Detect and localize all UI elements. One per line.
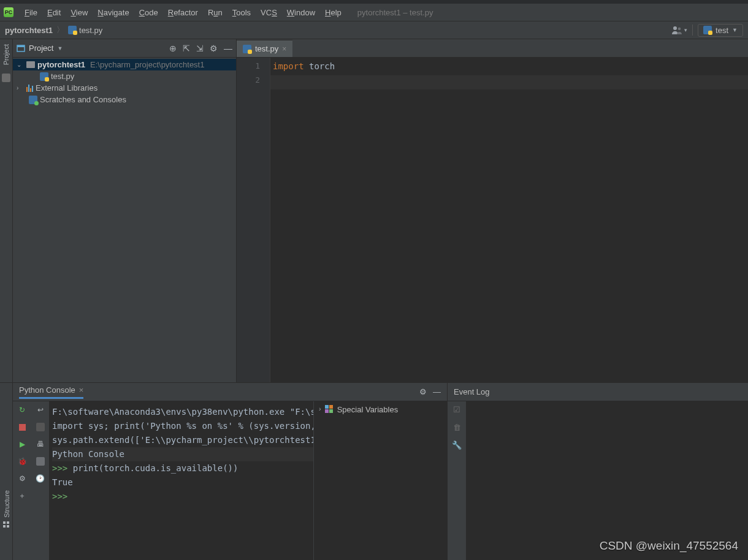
line-number: 1 [237,61,260,75]
mark-read-icon[interactable]: ☑ [453,405,460,414]
collaborators-icon[interactable]: ▾ [672,26,687,34]
breadcrumb: pytorchtest1 〉 test.py [5,25,102,36]
settings-icon[interactable]: 🔧 [452,441,462,450]
menu-window[interactable]: Window [282,6,320,20]
python-file-icon [40,72,48,81]
editor-gutter: 1 2 [237,58,270,382]
svg-rect-3 [17,45,25,47]
settings-gear-icon[interactable]: ⚙ [419,387,427,396]
python-file-icon [243,45,251,53]
separator [692,25,693,36]
event-log-title: Event Log [454,387,490,396]
soft-wrap-icon[interactable]: ↩ [36,405,45,415]
project-file-label: test.py [51,72,74,81]
scroll-to-end-icon[interactable] [36,422,45,432]
svg-rect-4 [3,521,6,524]
locate-icon[interactable]: ⊕ [169,44,177,53]
library-icon [26,85,33,92]
console-action-rail-1: ↻ ▶ 🐞 ⚙ ＋ [13,401,31,560]
editor-tab[interactable]: test.py × [237,40,292,57]
menu-file[interactable]: File [20,6,42,20]
run-icon[interactable]: ▶ [17,439,27,449]
project-file-node[interactable]: test.py [13,70,236,82]
special-variables-label: Special Variables [337,405,398,414]
project-root-path: E:\pycharm_project\pytorchtest1 [90,60,204,69]
hide-panel-icon[interactable]: — [433,387,441,396]
editor-tab-label: test.py [255,44,278,53]
scratches-label: Scratches and Consoles [40,95,126,104]
project-view-dropdown-icon[interactable]: ▼ [57,45,63,51]
menu-help[interactable]: Help [320,6,346,20]
variables-pane[interactable]: › Special Variables [313,401,447,560]
app-icon: PC [4,7,13,17]
folder-icon [26,61,35,68]
structure-rail: Structure [0,490,13,560]
stop-icon[interactable] [17,422,27,432]
run-config-label: test [716,26,728,35]
history-icon[interactable]: 🕑 [36,474,45,483]
collapse-all-icon[interactable]: ⇲ [196,44,204,53]
console-output[interactable]: F:\software\Anaconda3\envs\py38env\pytho… [50,401,313,560]
event-log-action-rail: ☑ 🗑 🔧 [448,401,466,560]
svg-point-0 [673,26,677,30]
python-file-icon [68,26,77,34]
expand-icon[interactable]: › [319,405,321,412]
event-log-content [466,401,748,560]
external-libraries-node[interactable]: › External Libraries [13,82,236,94]
project-panel-title: Project [29,44,53,53]
editor-tabs: test.py × [237,39,748,58]
project-tool-window: Project ▼ ⊕ ⇱ ⇲ ⚙ — ⌄ pytorchtest1 E:\py… [13,39,237,382]
caret-line-highlight [270,75,748,89]
expand-all-icon[interactable]: ⇱ [183,44,190,53]
python-icon [703,26,712,34]
new-console-icon[interactable]: ＋ [17,491,27,501]
svg-rect-5 [7,521,9,524]
menu-run[interactable]: Run [203,6,227,20]
menu-edit[interactable]: Edit [42,6,66,20]
rerun-icon[interactable]: ↻ [17,405,27,415]
run-configuration-selector[interactable]: test ▼ [698,24,743,37]
scratches-node[interactable]: Scratches and Consoles [13,94,236,105]
breadcrumb-project[interactable]: pytorchtest1 [5,26,53,35]
menu-bar: PC File Edit View Navigate Code Refactor… [0,4,748,21]
close-tab-icon[interactable]: × [79,385,84,395]
rail-tab-project[interactable]: Project [2,42,10,67]
svg-rect-6 [3,525,6,528]
breadcrumb-separator: 〉 [56,25,64,36]
menu-refactor[interactable]: Refactor [163,6,203,20]
console-action-rail-2: ↩ 🖶 🕑 [31,401,50,560]
expand-icon[interactable]: ⌄ [17,61,24,68]
left-tool-rail: Project [0,39,13,382]
project-root-node[interactable]: ⌄ pytorchtest1 E:\pycharm_project\pytorc… [13,59,236,70]
menu-view[interactable]: View [66,6,93,20]
show-variables-icon[interactable] [36,456,45,466]
expand-icon[interactable]: › [17,85,24,91]
debug-icon[interactable]: 🐞 [17,456,27,466]
svg-rect-7 [7,525,9,528]
settings-gear-icon[interactable]: ⚙ [210,44,218,53]
python-console-tool-window: Python Console × ⚙ — ↻ ▶ 🐞 ⚙ ＋ ↩ 🖶 [13,383,447,560]
print-icon[interactable]: 🖶 [36,439,45,449]
editor-area: test.py × 1 2 import torchprint(torch.cu… [237,39,748,382]
rail-icon[interactable] [2,74,10,82]
rail-tab-structure[interactable]: Structure [3,490,10,518]
dropdown-icon: ▼ [732,27,738,33]
breadcrumb-file-label: test.py [79,26,102,35]
settings-icon[interactable]: ⚙ [17,474,27,483]
navigation-bar: pytorchtest1 〉 test.py ▾ test ▼ [0,21,748,39]
hide-panel-icon[interactable]: — [224,44,232,53]
breadcrumb-file[interactable]: test.py [68,26,102,35]
clear-icon[interactable]: 🗑 [453,423,461,432]
menu-vcs[interactable]: VCS [256,6,282,20]
watermark: CSDN @weixin_47552564 [600,539,738,553]
window-title: pytorchtest1 – test.py [357,8,433,17]
scratches-icon [29,96,37,104]
menu-code[interactable]: Code [134,6,163,20]
close-tab-icon[interactable]: × [282,45,286,53]
external-libraries-label: External Libraries [36,83,97,93]
event-log-tool-window: Event Log ☑ 🗑 🔧 [447,383,748,560]
menu-tools[interactable]: Tools [227,6,256,20]
editor-code[interactable]: import torchprint(torch.cuda.is_availabl… [270,58,748,382]
menu-navigate[interactable]: Navigate [93,6,134,20]
console-tab[interactable]: Python Console × [19,385,83,399]
